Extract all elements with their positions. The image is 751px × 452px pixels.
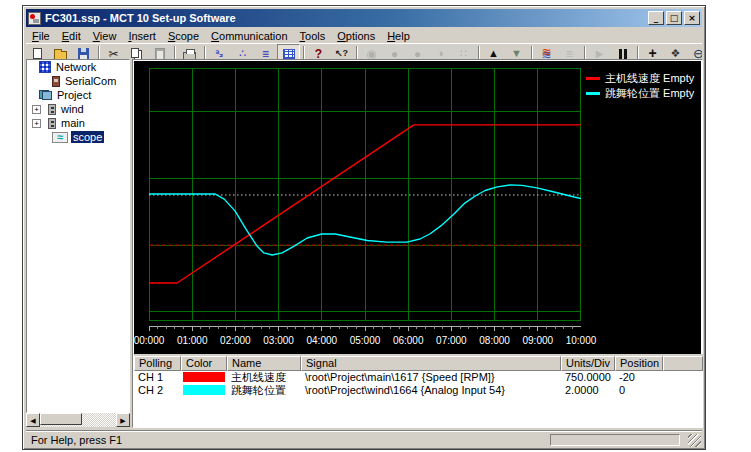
cell-signal: \root\Project\wind\1664 {Analog Input 54… (301, 384, 561, 397)
status-message: For Help, press F1 (26, 434, 122, 446)
menu-help[interactable]: Help (381, 29, 416, 43)
minimize-button[interactable]: _ (648, 11, 664, 25)
app-window: FC301.ssp - MCT 10 Set-up Software _ □ ×… (22, 5, 706, 450)
scrollbar-track[interactable] (40, 413, 116, 427)
tree-item-network[interactable]: Network (27, 60, 129, 74)
tree-item-label: wind (59, 103, 86, 115)
project-icon (39, 90, 52, 100)
column-header-name[interactable]: Name (227, 356, 301, 371)
tree-item-project[interactable]: Project (27, 88, 129, 102)
cell-color (181, 371, 227, 384)
column-header-color[interactable]: Color (181, 356, 227, 371)
title-bar[interactable]: FC301.ssp - MCT 10 Set-up Software _ □ × (26, 9, 702, 27)
cursor-track-icon: + (648, 46, 656, 60)
cell-spacer (663, 384, 703, 397)
menu-view[interactable]: View (87, 29, 123, 43)
read-from-drive-icon: ◉ (366, 48, 376, 60)
cell-name: 跳舞轮位置 (227, 384, 301, 397)
compare-icon: ◑ (437, 48, 444, 59)
x-axis-label: 02:000 (215, 335, 255, 346)
x-axis-label: 03:000 (259, 335, 299, 346)
cell-position: 0 (615, 384, 663, 397)
legend-color-swatch (586, 77, 600, 80)
x-axis-label: 00:000 (129, 335, 169, 346)
scope-curves-icon: ≋ (541, 46, 551, 58)
scrollbar-thumb[interactable] (40, 413, 82, 425)
pause-polling-icon (619, 49, 627, 59)
network-icon (39, 61, 51, 73)
expander-icon[interactable]: + (32, 105, 41, 114)
cell-name: 主机线速度 (227, 371, 301, 384)
x-axis-label: 05:000 (345, 335, 385, 346)
x-axis-label: 01:000 (172, 335, 212, 346)
parameter-setup-icon: ª₂ (215, 49, 223, 59)
menu-bar: FileEditViewInsertScopeCommunicationTool… (26, 28, 702, 43)
cut-icon: ✂ (108, 48, 118, 60)
cell-position: -20 (615, 371, 663, 384)
menu-file[interactable]: File (26, 29, 56, 43)
menu-scope[interactable]: Scope (162, 29, 205, 43)
drive-icon (48, 118, 56, 129)
cell-color (181, 384, 227, 397)
close-button[interactable]: × (684, 11, 700, 25)
scroll-right-button[interactable]: ▶ (116, 413, 130, 427)
x-axis-label: 04:000 (302, 335, 342, 346)
new-icon (33, 48, 42, 59)
resize-grip[interactable] (688, 434, 701, 447)
x-axis-label: 09:000 (518, 335, 558, 346)
cell-units-div: 750.0000 (561, 371, 615, 384)
scope-list-icon: ≡ (566, 48, 573, 60)
expander-icon[interactable]: + (32, 119, 41, 128)
maximize-button[interactable]: □ (666, 11, 682, 25)
tree-item-serialcom[interactable]: SerialCom (27, 74, 129, 88)
channel-color-swatch (183, 385, 225, 395)
column-header-units-div[interactable]: Units/Div (561, 356, 615, 371)
grid-view-icon (283, 49, 295, 59)
stop-communication-icon: ● (391, 48, 398, 60)
menu-insert[interactable]: Insert (122, 29, 162, 43)
column-header-polling[interactable]: Polling (134, 356, 181, 371)
menu-options[interactable]: Options (331, 29, 381, 43)
column-header-position[interactable]: Position (615, 356, 663, 371)
legend-entry: 跳舞轮位置 Empty (586, 86, 694, 101)
move-up-icon: ▲ (488, 48, 499, 59)
tree-item-wind[interactable]: +wind (27, 102, 129, 116)
x-axis-label: 10:000 (561, 335, 601, 346)
table-row[interactable]: CH 1主机线速度\root\Project\main\1617 {Speed … (134, 371, 703, 384)
window-controls: _ □ × (648, 11, 700, 25)
tree-item-label: Network (54, 61, 98, 73)
menu-edit[interactable]: Edit (56, 29, 87, 43)
menu-tools[interactable]: Tools (294, 29, 332, 43)
column-header-spacer[interactable] (663, 356, 703, 371)
tree-item-label: Project (55, 89, 93, 101)
menu-communication[interactable]: Communication (205, 29, 293, 43)
scope-view: 00:00001:00002:00003:00004:00005:00006:0… (132, 59, 703, 428)
tree-item-label: SerialCom (63, 75, 118, 87)
context-help-icon: ↖? (335, 49, 348, 58)
cell-signal: \root\Project\main\1617 {Speed [RPM]} (301, 371, 561, 384)
x-axis-label: 06:000 (388, 335, 428, 346)
parameter-list-icon: ≡ (262, 48, 269, 60)
tree-item-main[interactable]: +main (27, 116, 129, 130)
help-icon: ? (315, 48, 322, 60)
cell-spacer (663, 371, 703, 384)
legend-entry: 主机线速度 Empty (586, 71, 694, 86)
app-icon (28, 12, 41, 25)
tree-item-scope[interactable]: ≈scope (27, 130, 129, 144)
desktop: FC301.ssp - MCT 10 Set-up Software _ □ ×… (0, 0, 751, 452)
channel-color-swatch (183, 372, 225, 382)
chart-legend: 主机线速度 Empty跳舞轮位置 Empty (586, 71, 694, 101)
window-title: FC301.ssp - MCT 10 Set-up Software (45, 12, 236, 24)
tree-item-label: main (59, 117, 87, 129)
scroll-left-button[interactable]: ◀ (26, 413, 40, 427)
status-bar: For Help, press F1 (26, 430, 702, 448)
table-row[interactable]: CH 2跳舞轮位置\root\Project\wind\1664 {Analog… (134, 384, 703, 397)
save-icon (78, 48, 89, 59)
column-header-signal[interactable]: Signal (301, 356, 561, 371)
table-body: CH 1主机线速度\root\Project\main\1617 {Speed … (134, 371, 703, 397)
scope-chart-area: 00:00001:00002:00003:00004:00005:00006:0… (134, 61, 701, 354)
scope-chart[interactable] (149, 68, 581, 332)
cursor-free-icon: ❖ (671, 48, 681, 59)
move-down-icon: ▼ (511, 48, 522, 59)
status-panel (550, 434, 680, 446)
